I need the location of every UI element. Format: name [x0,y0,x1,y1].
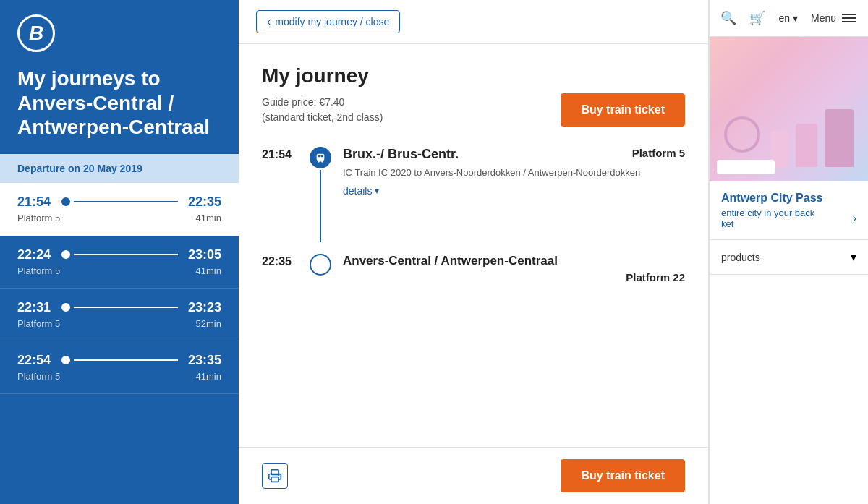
journey-arrive-2: 23:23 [188,300,221,315]
guide-price: Guide price: €7.40 [262,95,383,110]
details-link[interactable]: details ▾ [343,185,685,197]
svg-rect-2 [321,155,323,158]
right-panel: 🔍 🛒 en ▾ Menu Antwerp City Pass entire c… [709,0,868,504]
city-pass-desc-text: entire city in your back ket [721,208,814,229]
buy-ticket-button-top[interactable]: Buy train ticket [561,93,685,127]
journey-platform-2: Platform 5 [17,318,60,329]
language-selector[interactable]: en ▾ [778,12,798,24]
journey-duration-2: 52min [196,318,221,329]
departure-bar: Departure on 20 May 2019 [0,154,239,183]
building2-shape [796,124,817,167]
stop1-platform: Platform 5 [632,147,685,159]
journey-item-3[interactable]: 22:54 23:35 Platform 5 41min [0,341,239,394]
products-accordion[interactable]: products ▾ [710,240,868,275]
city-pass-link[interactable]: entire city in your back ket › [721,208,856,229]
journey-list: 21:54 22:35 Platform 5 41min 22:24 23:05 [0,183,239,504]
journey-depart-2: 22:31 [17,300,51,315]
journey-item-2[interactable]: 22:31 23:23 Platform 5 52min [0,289,239,341]
journey-heading: My journey [262,64,685,87]
city-illustration [710,37,868,181]
svg-rect-5 [318,161,323,161]
details-label: details [343,185,372,197]
stop2-time: 22:35 [262,254,298,268]
journey-detail: My journey Guide price: €7.40 (standard … [239,44,708,447]
journey-item-0[interactable]: 21:54 22:35 Platform 5 41min [0,183,239,236]
menu-button[interactable]: Menu [811,12,856,24]
city-pass-title: Antwerp City Pass [721,192,856,205]
logo-letter: B [29,22,43,45]
hamburger-icon [842,14,856,22]
modify-btn-label: modify my journey / close [275,16,389,27]
print-button[interactable] [262,463,288,489]
journey-item-1[interactable]: 22:24 23:05 Platform 5 41min [0,236,239,289]
stop2-indicator [310,254,331,276]
journey-depart-1: 22:24 [17,247,51,262]
chevron-down-icon: ▾ [375,186,379,196]
journey-duration-0: 41min [196,213,221,223]
search-icon[interactable]: 🔍 [720,10,736,26]
price-info: Guide price: €7.40 (standard ticket, 2nd… [262,95,383,125]
journey-dot-2 [59,301,72,314]
journey-dot-0 [59,195,72,208]
journey-duration-1: 41min [196,265,221,276]
stop2-content: Anvers-Central / Antwerpen-Centraal Plat… [343,254,685,298]
modify-bar: ‹ modify my journey / close [239,0,708,44]
journey-arrive-0: 22:35 [188,195,221,210]
stop1-content: Brux.-/ Brus-Centr. Platform 5 IC Train … [343,147,685,211]
arrow-right-icon: › [853,212,856,225]
top-nav: 🔍 🛒 en ▾ Menu [710,0,868,37]
svg-rect-7 [271,477,278,482]
ticket-class: (standard ticket, 2nd class) [262,110,383,125]
stop2-name: Anvers-Central / Antwerpen-Centraal [343,254,685,268]
timeline-stop-1: 21:54 [262,147,685,242]
stop1-name: Brux.-/ Brus-Centr. Platform 5 [343,147,685,162]
modify-journey-button[interactable]: ‹ modify my journey / close [256,10,400,33]
journey-line-1 [59,248,179,261]
svg-rect-1 [318,155,320,158]
bottom-bar: Buy train ticket [239,447,708,504]
products-label: products [721,252,760,263]
accordion-chevron-icon: ▾ [851,250,856,264]
stop1-train-info: IC Train IC 2020 to Anvers-Noorderdokken… [343,166,685,179]
timeline-stop-2: 22:35 Anvers-Central / Antwerpen-Centraa… [262,254,685,298]
timeline-connector [320,170,321,242]
sidebar: B My journeys to Anvers-Central / Antwer… [0,0,239,504]
journey-arrive-1: 23:05 [188,247,221,262]
ferris-wheel-shape [724,116,760,153]
promo-image[interactable] [710,37,868,181]
journey-depart-0: 21:54 [17,195,51,210]
journey-timeline: 21:54 [262,147,685,298]
city-pass-info: Antwerp City Pass entire city in your ba… [710,181,868,240]
chevron-left-icon: ‹ [267,15,271,28]
journey-line-0 [59,195,179,208]
journey-line-2 [59,301,179,314]
stop2-circle-icon [310,254,331,276]
logo: B [17,14,55,52]
stop1-time: 21:54 [262,147,298,161]
journey-platform-0: Platform 5 [17,213,60,223]
stop2-platform: Platform 22 [343,271,685,283]
stop1-indicator [310,147,331,242]
journey-depart-3: 22:54 [17,353,51,368]
departure-label: Departure on 20 May 2019 [17,163,142,174]
journey-line-3 [59,354,179,367]
journey-arrive-3: 23:35 [188,353,221,368]
buy-ticket-button-bottom[interactable]: Buy train ticket [561,459,685,492]
journey-platform-1: Platform 5 [17,265,60,276]
building1-shape [825,109,854,167]
sidebar-header: B My journeys to Anvers-Central / Antwer… [0,0,239,154]
lang-label: en [778,12,790,24]
price-row: Guide price: €7.40 (standard ticket, 2nd… [262,93,685,127]
svg-rect-0 [317,154,325,161]
basket-icon[interactable]: 🛒 [749,10,765,26]
svg-point-8 [278,474,279,476]
journey-dot-3 [59,354,72,367]
train-shape [717,160,775,174]
main-content: ‹ modify my journey / close My journey G… [239,0,709,504]
journey-dot-1 [59,248,72,261]
journey-platform-3: Platform 5 [17,371,60,382]
menu-label: Menu [811,12,836,24]
lang-chevron-icon: ▾ [793,12,798,24]
train-icon [310,147,331,168]
sidebar-title: My journeys to Anvers-Central / Antwerpe… [17,67,221,140]
